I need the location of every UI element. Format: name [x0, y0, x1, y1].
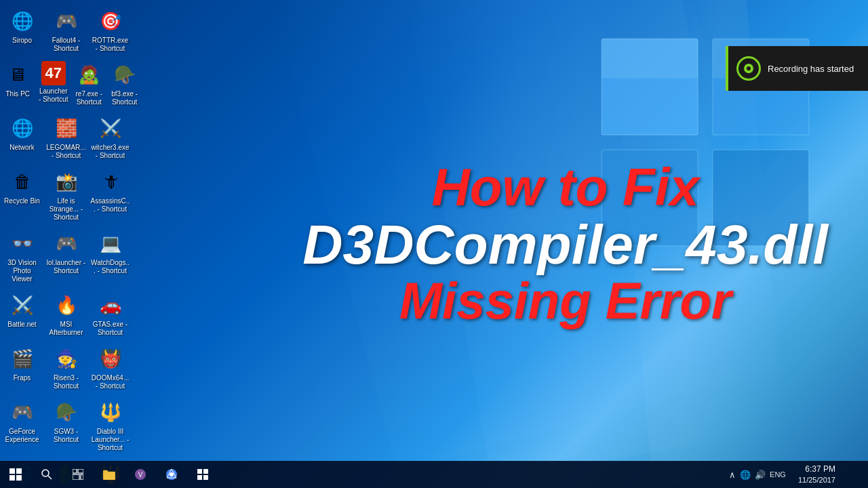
msi-label: MSI Afterburner	[46, 321, 86, 337]
sgw3-label: SGW3 - Shortcut	[46, 428, 86, 444]
rottr-label: ROTTR.exe - Shortcut	[90, 37, 130, 53]
gta5-icon: 🚗	[97, 291, 124, 319]
desktop-icon-watchdogs[interactable]: 💻 WatchDogs... - Shortcut	[88, 226, 132, 287]
desktop-icon-risen3[interactable]: 🧙 Risen3 - Shortcut	[44, 341, 88, 394]
fraps-icon: 🎬	[9, 345, 36, 372]
recycle-bin-label: Recycle Bin	[4, 197, 40, 205]
icon-row-7: 🎮 GeForce Experience 🪖 SGW3 - Shortcut 🔱…	[0, 394, 142, 456]
task-view-button[interactable]	[62, 461, 94, 488]
tray-network-icon[interactable]: 🌐	[740, 470, 751, 480]
desktop-icon-re7[interactable]: 🧟 re7.exe - Shortcut	[71, 57, 107, 110]
desktop-icon-this-pc[interactable]: 🖥 This PC	[0, 57, 36, 110]
taskbar: V ∧ 🌐 🔊 ENG 6:37 PM	[0, 461, 868, 488]
file-explorer-button[interactable]	[94, 461, 125, 488]
risen3-icon: 🧙	[53, 345, 80, 372]
desktop-icon-life-is-strange[interactable]: 📸 Life is Strange... - Shortcut	[44, 164, 88, 226]
svg-rect-23	[197, 469, 202, 474]
desktop-icon-lol[interactable]: 🎮 lol.launcher - Shortcut	[44, 226, 88, 287]
icon-row-4: 👓 3D Vision Photo Viewer 🎮 lol.launcher …	[0, 226, 142, 287]
desktop-icon-rottr[interactable]: 🎯 ROTTR.exe - Shortcut	[88, 3, 132, 57]
svg-rect-6	[9, 468, 15, 474]
file-explorer-icon	[103, 469, 115, 480]
desktop-icon-fallout4[interactable]: 🎮 Fallout4 - Shortcut	[44, 3, 88, 57]
fraps-label: Fraps	[14, 374, 31, 382]
siropo-label: Siropo	[12, 37, 32, 45]
desktop-icon-3dvision[interactable]: 👓 3D Vision Photo Viewer	[0, 226, 44, 287]
desktop-icon-siropo[interactable]: 🌐 Siropo	[0, 3, 44, 57]
3dvision-label: 3D Vision Photo Viewer	[2, 259, 42, 283]
desktop-icon-diablo3[interactable]: 🔱 Diablo III Launcher... - Shortcut	[88, 394, 132, 456]
windows-start-icon	[9, 468, 22, 481]
icon-row-3: 🗑 Recycle Bin 📸 Life is Strange... - Sho…	[0, 164, 142, 226]
system-clock[interactable]: 6:37 PM 11/25/2017	[794, 464, 840, 485]
battlenet-label: Battle.net	[7, 321, 36, 329]
launcher-icon: 47	[41, 61, 66, 85]
network-label: Network	[9, 144, 35, 152]
windows-taskbar-icon	[197, 468, 209, 481]
desktop-icon-recycle-bin[interactable]: 🗑 Recycle Bin	[0, 164, 44, 226]
icon-row-5: ⚔️ Battle.net 🔥 MSI Afterburner 🚗 GTAS.e…	[0, 287, 142, 341]
sgw3-icon: 🪖	[53, 399, 80, 426]
re7-label: re7.exe - Shortcut	[73, 90, 105, 106]
toast-record-icon	[736, 56, 761, 81]
desktop-icon-bf3[interactable]: 🪖 bf3.exe - Shortcut	[107, 57, 143, 110]
desktop-icon-legomar[interactable]: 🧱 LEGOMAR... - Shortcut	[44, 110, 88, 164]
svg-point-10	[42, 470, 49, 476]
risen3-label: Risen3 - Shortcut	[46, 374, 86, 390]
doom-icon: 👹	[97, 345, 124, 372]
desktop-icon-doom[interactable]: 👹 DOOMx64... - Shortcut	[88, 341, 132, 394]
lol-icon: 🎮	[53, 230, 80, 257]
taskbar-right: ∧ 🌐 🔊 ENG 6:37 PM 11/25/2017	[729, 461, 868, 488]
viber-icon: V	[134, 468, 146, 481]
start-button[interactable]	[0, 461, 31, 488]
toast-record-inner	[744, 64, 753, 73]
tray-volume-icon[interactable]: 🔊	[755, 470, 766, 480]
viber-button[interactable]: V	[125, 461, 156, 488]
task-view-icon	[73, 469, 83, 480]
battlenet-icon: ⚔️	[9, 291, 36, 319]
fallout4-icon: 🎮	[53, 7, 80, 35]
desktop-icon-battlenet[interactable]: ⚔️ Battle.net	[0, 287, 44, 341]
life-strange-label: Life is Strange... - Shortcut	[46, 197, 86, 222]
network-icon: 🌐	[9, 115, 36, 142]
icon-row-0: 🌐 Siropo 🎮 Fallout4 - Shortcut 🎯 ROTTR.e…	[0, 3, 142, 57]
clock-time: 6:37 PM	[798, 464, 835, 475]
desktop-icon-network[interactable]: 🌐 Network	[0, 110, 44, 164]
watchdogs-icon: 💻	[97, 230, 124, 257]
svg-rect-15	[81, 474, 83, 480]
chrome-taskbar-button[interactable]	[156, 461, 187, 488]
3dvision-icon: 👓	[9, 230, 36, 257]
tray-chevron-icon[interactable]: ∧	[729, 470, 736, 480]
desktop-icon-witcher3[interactable]: ⚔️ witcher3.exe - Shortcut	[88, 110, 132, 164]
windows-icon-taskbar[interactable]	[187, 461, 218, 488]
search-icon	[41, 469, 52, 480]
chrome-taskbar-icon	[165, 468, 178, 481]
lol-label: lol.launcher - Shortcut	[46, 259, 86, 275]
tray-lang-label[interactable]: ENG	[770, 470, 786, 479]
legomar-label: LEGOMAR... - Shortcut	[46, 144, 86, 160]
svg-rect-24	[203, 469, 208, 474]
clock-date: 11/25/2017	[798, 475, 835, 485]
assassins-icon: 🗡	[97, 168, 124, 195]
diablo3-icon: 🔱	[97, 399, 124, 426]
legomar-icon: 🧱	[53, 115, 80, 142]
recycle-bin-icon: 🗑	[9, 168, 36, 195]
this-pc-label: This PC	[5, 90, 30, 98]
desktop-icon-msi[interactable]: 🔥 MSI Afterburner	[44, 287, 88, 341]
life-strange-icon: 📸	[53, 168, 80, 195]
show-desktop-button[interactable]	[842, 461, 863, 488]
icon-row-2: 🌐 Network 🧱 LEGOMAR... - Shortcut ⚔️ wit…	[0, 110, 142, 164]
watchdogs-label: WatchDogs... - Shortcut	[90, 259, 130, 275]
desktop-icon-geforce[interactable]: 🎮 GeForce Experience	[0, 394, 44, 456]
re7-icon: 🧟	[75, 61, 102, 88]
witcher3-icon: ⚔️	[97, 115, 124, 142]
recording-toast: Recording has started	[726, 46, 868, 91]
search-button[interactable]	[31, 461, 62, 488]
desktop-icon-launcher[interactable]: 47 Launcher - Shortcut	[36, 57, 72, 110]
desktop-icon-sgw3[interactable]: 🪖 SGW3 - Shortcut	[44, 394, 88, 456]
diablo3-label: Diablo III Launcher... - Shortcut	[90, 428, 130, 452]
desktop-icon-gta5[interactable]: 🚗 GTAS.exe - Shortcut	[88, 287, 132, 341]
desktop-icon-fraps[interactable]: 🎬 Fraps	[0, 341, 44, 394]
desktop-icon-assassins[interactable]: 🗡 AssassinsC... - Shortcut	[88, 164, 132, 226]
geforce-icon: 🎮	[9, 399, 36, 426]
